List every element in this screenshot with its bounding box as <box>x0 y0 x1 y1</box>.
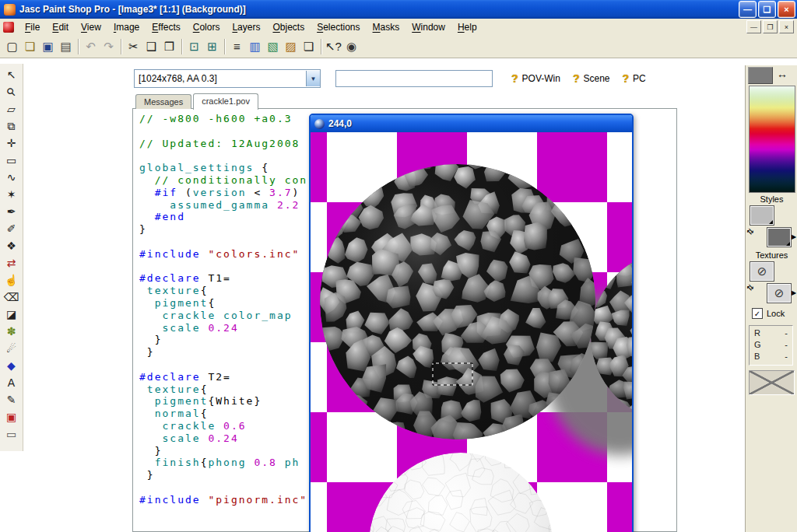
draw-tool-icon[interactable]: ✎ <box>2 391 21 408</box>
preset-shapes-tool-icon[interactable]: ▣ <box>2 408 21 425</box>
save-file-icon[interactable]: ▣ <box>39 37 57 55</box>
resolution-value: [1024x768, AA 0.3] <box>135 73 306 84</box>
print-icon[interactable]: ▤ <box>57 37 75 55</box>
rgb-row-g: G- <box>754 340 788 352</box>
styles-flyout-icon[interactable]: ▶ <box>792 233 796 240</box>
mover-tool-icon[interactable]: ✛ <box>2 135 21 152</box>
crop-tool-icon[interactable]: ⧉ <box>2 117 21 135</box>
undo-icon[interactable]: ↶ <box>82 37 100 55</box>
object-selector-tool-icon[interactable]: ▭ <box>2 425 21 443</box>
capture-start-icon[interactable]: ⊞ <box>203 37 221 55</box>
selection-tool-icon[interactable]: ▭ <box>2 152 21 169</box>
pc-help-button[interactable]: ?PC <box>616 70 652 87</box>
background-texture-swatch[interactable]: ⊘ <box>767 283 792 303</box>
lock-label: Lock <box>767 309 785 318</box>
freehand-tool-icon[interactable]: ∿ <box>2 169 21 186</box>
menu-file[interactable]: File <box>19 19 46 35</box>
mdi-close-button[interactable]: × <box>779 20 794 33</box>
render-title-bar[interactable]: 244,0 <box>311 115 632 132</box>
menu-layers[interactable]: Layers <box>226 19 266 35</box>
scratch-remover-tool-icon[interactable]: ⌫ <box>2 289 21 306</box>
rgb-row-b: B- <box>754 352 788 363</box>
render-scene <box>311 132 632 532</box>
browse-icon[interactable]: ≡ <box>228 37 246 55</box>
chevron-down-icon[interactable]: ▼ <box>306 71 320 86</box>
title-bar[interactable]: Jasc Paint Shop Pro - [Image3* [1:1] (Ba… <box>0 0 797 19</box>
povwin-help-button[interactable]: ?POV-Win <box>505 70 567 87</box>
menu-window[interactable]: Window <box>406 19 451 35</box>
foreground-style-swatch[interactable] <box>750 205 774 226</box>
image-adjust-icon[interactable]: ▨ <box>282 37 300 55</box>
full-window-icon[interactable]: ❏ <box>300 37 318 55</box>
document-icon <box>3 22 14 33</box>
maximize-button[interactable]: ❏ <box>758 1 776 18</box>
magic-wand-tool-icon[interactable]: ✶ <box>2 186 21 203</box>
image-colors-icon[interactable]: ▧ <box>264 37 282 55</box>
context-help-icon[interactable]: ↖? <box>325 37 342 55</box>
scene-help-button[interactable]: ?Scene <box>567 70 616 87</box>
close-button[interactable]: × <box>778 1 795 18</box>
mdi-controls: — ❐ × <box>746 20 794 33</box>
color-replacer-tool-icon[interactable]: ⇄ <box>2 254 21 271</box>
lock-checkbox[interactable]: ✓ <box>752 308 763 319</box>
airbrush-tool-icon[interactable]: ☄ <box>2 340 21 357</box>
panel-grip[interactable] <box>748 67 773 84</box>
styles-label: Styles <box>746 194 797 204</box>
sphere-icon <box>314 119 325 129</box>
cut-icon[interactable]: ✂ <box>125 37 142 55</box>
capture-camera-icon[interactable]: ◉ <box>342 37 360 55</box>
command-input[interactable] <box>335 70 493 87</box>
menu-edit[interactable]: Edit <box>46 19 75 35</box>
clone-brush-tool-icon[interactable]: ❖ <box>2 237 21 254</box>
menu-colors[interactable]: Colors <box>187 19 226 35</box>
redo-icon[interactable]: ↷ <box>100 37 118 55</box>
new-file-icon[interactable]: ▢ <box>3 37 21 55</box>
paste-icon[interactable]: ❒ <box>160 37 178 55</box>
render-canvas[interactable] <box>311 132 632 532</box>
eraser-tool-icon[interactable]: ◪ <box>2 306 21 323</box>
copy-icon[interactable]: ❑ <box>142 37 160 55</box>
screen-capture-icon[interactable]: ⊡ <box>185 37 203 55</box>
tab-crackle1-pov[interactable]: crackle1.pov <box>193 93 258 110</box>
retouch-tool-icon[interactable]: ☝ <box>2 271 21 289</box>
menu-image[interactable]: Image <box>107 19 146 35</box>
minimize-button[interactable]: — <box>739 1 757 18</box>
menu-bar: FileEditViewImageEffectsColorsLayersObje… <box>0 19 797 36</box>
menu-help[interactable]: Help <box>451 19 483 35</box>
editor-tabs: Messagescrackle1.pov <box>135 93 260 109</box>
render-window: 244,0 <box>309 114 634 532</box>
menu-view[interactable]: View <box>75 19 107 35</box>
paintbrush-tool-icon[interactable]: ✐ <box>2 220 21 237</box>
resolution-combo[interactable]: [1024x768, AA 0.3] ▼ <box>134 69 321 88</box>
no-color-box <box>749 370 795 395</box>
flood-fill-tool-icon[interactable]: ◆ <box>2 357 21 374</box>
mdi-restore-button[interactable]: ❐ <box>763 20 778 33</box>
mdi-minimize-button[interactable]: — <box>746 20 761 33</box>
histogram-icon[interactable]: ▥ <box>246 37 264 55</box>
lock-row: ✓ Lock <box>752 308 785 319</box>
deformation-tool-icon[interactable]: ▱ <box>2 100 21 117</box>
menu-selections[interactable]: Selections <box>311 19 366 35</box>
menu-objects[interactable]: Objects <box>266 19 311 35</box>
text-tool-icon[interactable]: A <box>2 374 21 391</box>
open-file-icon[interactable]: ❏ <box>21 37 39 55</box>
application-window: Jasc Paint Shop Pro - [Image3* [1:1] (Ba… <box>0 0 797 532</box>
resize-arrows-icon[interactable]: ↔ <box>777 68 788 80</box>
swap-styles-icon[interactable]: ⇄ <box>745 226 756 237</box>
tool-palette: ↖⚲▱⧉✛▭∿✶✒✐❖⇄☝⌫◪✽☄◆A✎▣▭ <box>0 64 23 451</box>
render-window-title: 244,0 <box>328 118 352 129</box>
color-picker[interactable] <box>749 86 795 193</box>
picture-tube-tool-icon[interactable]: ✽ <box>2 323 21 340</box>
question-icon: ? <box>623 72 630 85</box>
dropper-tool-icon[interactable]: ✒ <box>2 203 21 220</box>
white-sphere <box>351 438 572 532</box>
textures-flyout-icon[interactable]: ▶ <box>792 289 796 296</box>
menu-effects[interactable]: Effects <box>146 19 186 35</box>
foreground-texture-swatch[interactable]: ⊘ <box>750 261 774 282</box>
tab-messages[interactable]: Messages <box>135 94 191 109</box>
swap-textures-icon[interactable]: ⇄ <box>745 282 756 293</box>
menu-masks[interactable]: Masks <box>367 19 406 35</box>
arrow-tool-icon[interactable]: ↖ <box>2 66 21 83</box>
background-style-swatch[interactable] <box>767 227 792 247</box>
zoom-tool-icon[interactable]: ⚲ <box>2 83 21 100</box>
